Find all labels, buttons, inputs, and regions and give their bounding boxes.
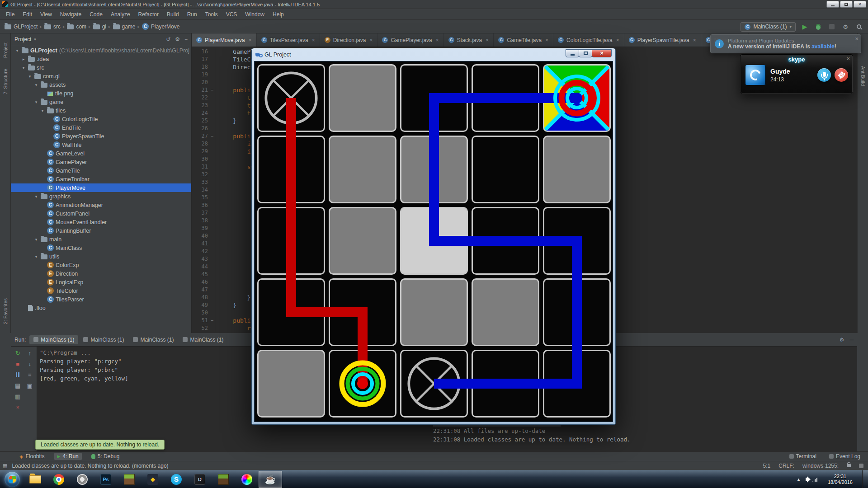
tree-item-mouseeventhandler[interactable]: CMouseEventHandler	[11, 218, 191, 226]
tree-item-custompanel[interactable]: CCustomPanel	[11, 209, 191, 218]
gray-tile-3-3[interactable]	[472, 278, 539, 346]
close-icon[interactable]: ×	[14, 404, 21, 411]
black-tile-3-4[interactable]	[472, 350, 539, 418]
close-icon[interactable]: ×	[545, 37, 548, 43]
black-tile-4-3[interactable]	[543, 278, 611, 346]
gray-tile-0-4[interactable]	[257, 350, 325, 418]
taskbar-minecraft[interactable]	[118, 471, 141, 488]
tool-button-project[interactable]: Project	[3, 42, 8, 58]
breadcrumb-item-gl[interactable]: gl	[93, 23, 106, 30]
settings-icon[interactable]: ⚙	[841, 22, 850, 31]
hector-icon[interactable]	[859, 464, 863, 468]
tree-item-main[interactable]: ▾main	[11, 235, 191, 244]
tree-item-colorlogictile[interactable]: CColorLogicTile	[11, 115, 191, 123]
tree-item-tile-png[interactable]: tile.png	[11, 89, 191, 98]
tree-item-animationmanager[interactable]: CAnimationManager	[11, 201, 191, 209]
close-icon[interactable]: ×	[855, 35, 859, 42]
tree-item-playerspawntile[interactable]: CPlayerSpawnTile	[11, 132, 191, 141]
tree-item-paintingbuffer[interactable]: CPaintingBuffer	[11, 226, 191, 235]
breadcrumb-item-playermove[interactable]: CPlayerMove	[142, 23, 179, 30]
tree-item-gametoolbar[interactable]: CGameToolbar	[11, 175, 191, 183]
tree-item-logicalexp[interactable]: ELogicalExp	[11, 278, 191, 286]
maximize-button[interactable]	[840, 1, 853, 8]
debug-button[interactable]	[814, 22, 823, 31]
menu-refactor[interactable]: Refactor	[134, 10, 163, 19]
gray-tile-2-1[interactable]	[400, 136, 468, 203]
black-tile-1-3[interactable]	[329, 278, 396, 346]
available-link[interactable]: available	[811, 43, 835, 50]
encoding-indicator[interactable]: windows-1255:	[802, 463, 839, 469]
tab-tilesparser-java[interactable]: CTilesParser.java×	[257, 33, 320, 47]
tab-stack-java[interactable]: CStack.java×	[444, 33, 494, 47]
rerun-icon[interactable]: ↻	[14, 349, 21, 357]
gray-tile-1-1[interactable]	[329, 136, 396, 203]
taskbar-chrome[interactable]	[47, 471, 71, 488]
menu-edit[interactable]: Edit	[19, 10, 36, 19]
menu-analyze[interactable]: Analyze	[107, 10, 134, 19]
scroll-to-end-icon[interactable]: ▣	[26, 382, 33, 389]
tab-gameplayer-java[interactable]: CGamePlayer.java×	[377, 33, 443, 47]
coverage-button[interactable]	[827, 22, 836, 31]
menu-file[interactable]: File	[2, 10, 19, 19]
lock-icon[interactable]	[847, 464, 851, 467]
close-button[interactable]: ×	[592, 49, 612, 57]
black-tile-4-2[interactable]	[543, 207, 611, 275]
line-ending-indicator[interactable]: CRLF:	[778, 463, 794, 469]
taskbar-minecraft2[interactable]	[212, 471, 235, 488]
show-desktop-button[interactable]	[862, 470, 868, 488]
black-tile-0-3[interactable]	[257, 278, 325, 346]
caret-position[interactable]: 5:1	[763, 463, 771, 469]
hide-panel-icon[interactable]: ─	[849, 337, 854, 343]
tab-playermove-java[interactable]: CPlayerMove.java×	[192, 33, 257, 47]
tool-button-5-debug[interactable]: 5: Debug	[88, 453, 123, 460]
close-icon[interactable]: ×	[312, 37, 315, 43]
tree-item-tilecolor[interactable]: ETileColor	[11, 286, 191, 295]
target-tile-1-4[interactable]	[329, 350, 396, 418]
close-icon[interactable]: ×	[486, 37, 489, 43]
down-stack-icon[interactable]: ↓	[26, 360, 33, 367]
run-tab-1[interactable]: MainClass (1)	[79, 335, 128, 344]
run-tab-2[interactable]: MainClass (1)	[129, 335, 178, 344]
spawn-tile-2-4[interactable]	[400, 350, 468, 418]
breadcrumb-item-com[interactable]: com	[67, 23, 86, 30]
tab-playerspawntile-java[interactable]: CPlayerSpawnTile.java×	[624, 33, 701, 47]
taskbar-colorwheel[interactable]	[235, 471, 259, 488]
pin-icon[interactable]: ▥	[14, 393, 21, 400]
menu-window[interactable]: Window	[241, 10, 269, 19]
menu-help[interactable]: Help	[269, 10, 288, 19]
tool-button-7-structure[interactable]: 7: Structure	[3, 69, 8, 94]
end-tile-4-0[interactable]	[543, 64, 611, 132]
black-tile-2-0[interactable]	[400, 64, 468, 132]
tree-item-floo[interactable]: .floo	[11, 304, 191, 312]
breadcrumb-item-glproject[interactable]: GLProject	[5, 23, 38, 30]
black-tile-3-1[interactable]	[472, 136, 539, 203]
breadcrumb-item-game[interactable]: game	[113, 23, 136, 30]
run-config-selector[interactable]: C MainClass (1) ▾	[741, 22, 796, 32]
run-button[interactable]: ▶	[800, 22, 809, 31]
tool-button-4-run[interactable]: ▶4: Run	[54, 453, 82, 460]
tree-item-tilesparser[interactable]: CTilesParser	[11, 295, 191, 304]
tool-window-switcher-icon[interactable]: ▦	[3, 463, 7, 469]
tree-item-gameplayer[interactable]: CGamePlayer	[11, 158, 191, 166]
tool-button-terminal[interactable]: Terminal	[786, 453, 820, 460]
close-icon[interactable]: ×	[249, 37, 252, 43]
tree-item-mainclass[interactable]: CMainClass	[11, 244, 191, 252]
black-tile-0-2[interactable]	[257, 207, 325, 275]
run-tab-3[interactable]: MainClass (1)	[179, 335, 227, 344]
breadcrumb-item-src[interactable]: src	[44, 23, 61, 30]
tab-colorlogictile-java[interactable]: CColorLogicTile.java×	[553, 33, 624, 47]
minimize-button[interactable]	[826, 1, 839, 8]
tree-item-assets[interactable]: ▾assets	[11, 80, 191, 89]
game-window-titlebar[interactable]: GL Project ×	[252, 48, 615, 61]
tree-item-walltile[interactable]: CWallTile	[11, 141, 191, 149]
taskbar-explorer[interactable]	[24, 471, 47, 488]
close-icon[interactable]: ×	[616, 37, 619, 43]
tree-item-playermove[interactable]: CPlayerMove	[11, 183, 191, 192]
tool-button-ant-build[interactable]: Ant Build	[860, 66, 866, 86]
gray-tile-2-3[interactable]	[400, 278, 468, 346]
tree-item-colorexp[interactable]: EColorExp	[11, 261, 191, 269]
tree-item-game[interactable]: ▾game	[11, 98, 191, 106]
menu-tools[interactable]: Tools	[201, 10, 222, 19]
taskbar-media[interactable]	[71, 471, 94, 488]
search-icon[interactable]	[854, 22, 863, 31]
